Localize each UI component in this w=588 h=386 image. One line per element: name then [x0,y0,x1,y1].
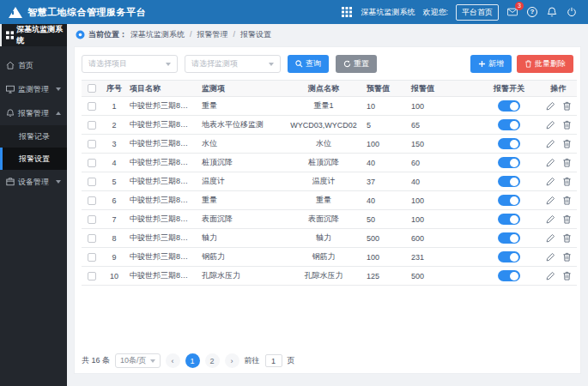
delete-button[interactable] [562,101,572,111]
alarm-toggle[interactable] [498,232,520,244]
edit-icon [546,177,555,186]
cell-point: 重量1 [284,97,363,116]
query-button[interactable]: 查询 [288,55,329,73]
cell-project: 中骏世邦三期8号楼及A区车库.. [126,97,198,116]
edit-button[interactable] [546,101,555,111]
delete-button[interactable] [562,252,572,262]
sidebar-system-header: 深基坑监测系统 [0,24,67,46]
row-checkbox[interactable] [88,196,96,205]
delete-button[interactable] [562,196,572,205]
table-row: 5中骏世邦三期8号楼及A区车库..温度计温度计3740 [82,172,577,191]
table-toolbar: 新增 批量删除 [470,55,573,73]
row-checkbox[interactable] [88,215,96,224]
sidebar-item-home[interactable]: 首页 [0,53,67,77]
chevron-up-icon [56,112,61,115]
page-size-select[interactable]: 10条/页 [115,353,161,368]
alarm-toggle[interactable] [498,195,520,206]
alarm-toggle[interactable] [498,157,520,168]
table-header-row: 序号项目名称监测项测点名称预警值报警值报警开关操作 [82,81,577,97]
page-button-2[interactable]: 2 [205,353,220,368]
platform-home-button[interactable]: 平台首页 [456,4,499,21]
delete-button[interactable] [562,158,572,167]
cell-warn-value: 40 [363,191,408,210]
alarm-settings-table: 序号项目名称监测项测点名称预警值报警值报警开关操作 1中骏世邦三期8号楼及A区车… [82,80,573,286]
batch-delete-button[interactable]: 批量删除 [517,55,573,73]
alarm-toggle[interactable] [498,100,520,112]
row-checkbox[interactable] [88,121,96,130]
row-checkbox[interactable] [88,234,96,243]
current-system-name[interactable]: 深基坑监测系统 [361,7,415,18]
alarm-toggle[interactable] [498,214,520,225]
prev-page-button[interactable]: ‹ [166,353,180,368]
alarm-toggle[interactable] [498,270,520,281]
edit-button[interactable] [546,271,555,280]
power-icon[interactable] [566,6,578,18]
sidebar-item-alarm-records[interactable]: 报警记录 [0,125,67,148]
cell-alarm-value: 600 [408,229,478,248]
alarm-toggle[interactable] [498,138,520,149]
goto-page-input[interactable] [265,354,282,367]
breadcrumb-separator: / [190,30,192,39]
row-checkbox[interactable] [88,140,96,148]
app-title: 智慧工地综合管理服务平台 [27,6,146,19]
edit-button[interactable] [546,120,555,130]
delete-icon [562,120,572,130]
row-checkbox[interactable] [88,253,96,262]
column-header: 报警开关 [478,81,540,97]
cell-project: 中骏世邦三期8号楼及A区车库.. [126,248,198,267]
cell-alarm-value: 100 [408,191,478,210]
cell-no: 8 [102,229,126,248]
edit-icon [546,139,555,148]
edit-button[interactable] [546,158,555,167]
row-checkbox[interactable] [88,178,96,186]
edit-button[interactable] [546,139,555,148]
delete-button[interactable] [562,271,572,280]
add-button[interactable]: 新增 [470,55,512,73]
sidebar-item-alarm-settings[interactable]: 报警设置 [0,148,67,170]
edit-button[interactable] [546,252,555,262]
delete-button[interactable] [562,139,572,148]
page-button-1[interactable]: 1 [185,353,200,368]
breadcrumb-item-settings[interactable]: 报警设置 [240,29,271,40]
select-all-checkbox[interactable] [88,84,96,93]
alarm-toggle[interactable] [498,251,520,262]
cell-warn-value: 500 [363,229,408,248]
sidebar-item-devices[interactable]: 设备管理 [0,170,67,194]
breadcrumb-item-alarm[interactable]: 报警管理 [197,29,228,40]
row-checkbox[interactable] [88,159,96,167]
project-select[interactable]: 请选择项目 [82,55,178,73]
edit-icon [546,214,555,224]
help-icon[interactable]: ? [526,6,538,18]
alarm-toggle[interactable] [498,119,520,130]
goto-prefix-label: 前往 [245,355,260,366]
sidebar-item-alarm[interactable]: 报警管理 [0,101,67,125]
edit-button[interactable] [546,214,555,224]
edit-icon [546,101,555,111]
table-row: 10中骏世邦三期8号楼及A区车库..孔隙水压力孔隙水压力125500 [82,267,577,286]
reset-button[interactable]: 重置 [336,55,377,73]
edit-button[interactable] [546,177,555,186]
delete-button[interactable] [562,233,572,243]
row-checkbox[interactable] [88,272,96,280]
sidebar-item-monitoring[interactable]: 监测管理 [0,77,67,101]
row-checkbox[interactable] [88,102,96,111]
delete-button[interactable] [562,177,572,186]
table-body: 1中骏世邦三期8号楼及A区车库..重量重量1101002中骏世邦三期8号楼及A区… [82,97,577,286]
cell-project: 中骏世邦三期8号楼及A区车库.. [126,154,198,172]
delete-button[interactable] [562,120,572,130]
app-grid-icon[interactable] [341,6,353,18]
notification-bell-icon[interactable] [546,6,558,18]
cell-no: 4 [102,154,126,172]
delete-button[interactable] [562,214,572,224]
edit-button[interactable] [546,196,555,205]
message-icon[interactable]: 3 [506,6,518,18]
alarm-toggle[interactable] [498,176,520,187]
cell-no: 5 [102,172,126,191]
edit-button[interactable] [546,233,555,243]
monitor-item-select[interactable]: 请选择监测项 [185,55,281,73]
cell-no: 1 [102,97,126,116]
breadcrumb-item-system[interactable]: 深基坑监测系统 [130,29,185,40]
next-page-button[interactable]: › [225,353,239,368]
table-row: 7中骏世邦三期8号楼及A区车库..表面沉降表面沉降50100 [82,210,577,229]
welcome-label: 欢迎您: [422,7,448,18]
